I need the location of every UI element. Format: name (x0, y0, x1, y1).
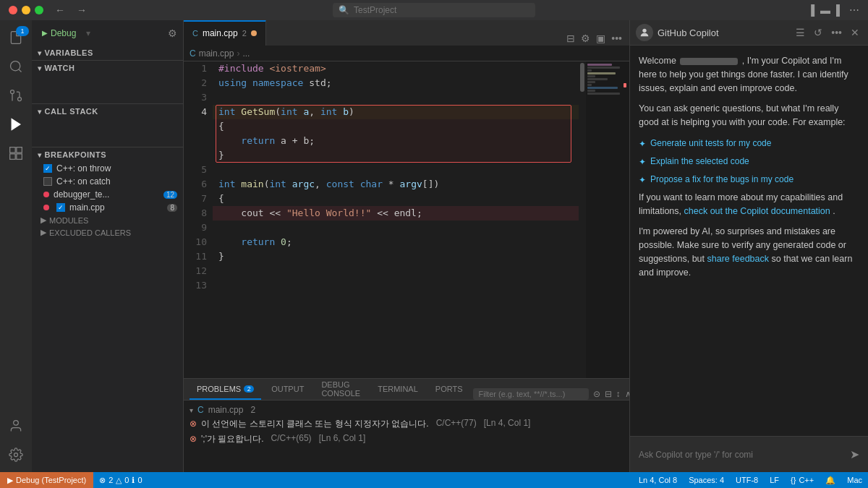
bp-throw-checkbox[interactable] (43, 164, 52, 173)
minimize-button[interactable] (22, 6, 30, 14)
info-count: 0 (137, 476, 142, 484)
modules-label: MODULES (49, 216, 88, 225)
code-content[interactable]: #include <iostream> using namespace std;… (213, 61, 579, 378)
status-platform[interactable]: Mac (841, 472, 868, 488)
copilot-action-unit-tests[interactable]: ✦ Generate unit tests for my code (639, 137, 859, 150)
breadcrumb: C main.cpp › ... (184, 46, 629, 61)
activity-explorer[interactable] (0, 23, 32, 52)
ln-12: 12 (184, 264, 207, 278)
search-input[interactable] (354, 5, 529, 15)
copilot-action-label-2: Explain the selected code (650, 155, 749, 168)
code-line-1: #include <iostream> (213, 61, 579, 76)
copilot-para3: If you want to learn more about my capab… (639, 191, 859, 218)
panel-tab-problems[interactable]: PROBLEMS 2 (190, 380, 261, 400)
breakpoint-cpp-throw[interactable]: C++: on throw (32, 162, 183, 175)
panel-tab-output[interactable]: OUTPUT (264, 380, 311, 400)
close-button[interactable] (9, 6, 17, 14)
status-eol[interactable]: LF (764, 472, 785, 488)
copilot-list-btn[interactable]: ☰ (793, 25, 808, 40)
more-actions-icon[interactable]: ⋯ (849, 4, 859, 16)
variables-section-header[interactable]: ▾ VARIABLES (32, 46, 183, 60)
sort-icon[interactable]: ↕ (616, 389, 621, 399)
status-encoding[interactable]: UTF-8 (730, 472, 764, 488)
breakpoint-main[interactable]: main.cpp 8 (32, 201, 183, 214)
breakpoint-cpp-catch[interactable]: C++: on catch (32, 175, 183, 188)
activity-settings[interactable] (0, 440, 32, 469)
toggle-secondary-sidebar-icon[interactable]: ▌ (836, 4, 843, 16)
copilot-chat-input[interactable] (639, 450, 850, 460)
platform-text: Mac (847, 476, 862, 484)
copilot-docs-link[interactable]: check out the Copilot documentation (684, 206, 830, 216)
copilot-action-fix[interactable]: ✦ Propose a fix for the bugs in my code (639, 173, 859, 187)
watch-section-header[interactable]: ▾ WATCH (32, 61, 183, 75)
modules-section-header[interactable]: ▶ MODULES (32, 214, 183, 226)
tab-settings-button[interactable]: ⚙ (579, 31, 592, 46)
activity-extensions[interactable] (0, 139, 32, 168)
activity-run-debug[interactable] (0, 110, 32, 139)
code-line-4: int GetSum(int a, int b) (213, 105, 579, 119)
svg-point-12 (14, 453, 18, 457)
bp-main-label: main.cpp (69, 202, 105, 213)
copilot-history-btn[interactable]: ↺ (811, 25, 825, 40)
copilot-more-btn[interactable]: ••• (828, 25, 845, 40)
excluded-callers-section-header[interactable]: ▶ EXCLUDED CALLERS (32, 226, 183, 239)
problems-filter-input[interactable] (473, 388, 589, 400)
editor-area: C main.cpp 2 ⊟ ⚙ ▣ ••• C main.cpp › ... (184, 20, 629, 472)
breakpoints-section-header[interactable]: ▾ BREAKPOINTS (32, 147, 183, 162)
breadcrumb-filename[interactable]: main.cpp (199, 48, 234, 59)
svg-point-0 (11, 61, 20, 71)
bp-main-checkbox[interactable] (56, 203, 65, 212)
bp-catch-checkbox[interactable] (43, 177, 52, 186)
copilot-close-btn[interactable]: ✕ (848, 25, 862, 40)
copilot-content: Welcome , I'm your Copilot and I'm here … (630, 46, 868, 436)
toggle-panel-icon[interactable]: ▬ (820, 4, 830, 16)
scrollbar-thumb[interactable] (580, 63, 584, 92)
panel-tab-debug-console[interactable]: DEBUG CONSOLE (314, 380, 367, 400)
toggle-editor-group-layout[interactable]: ▣ (595, 31, 607, 46)
maximize-button[interactable] (35, 6, 43, 14)
code-line-9 (213, 221, 579, 235)
breakpoint-debugger[interactable]: debugger_te... 12 (32, 188, 183, 201)
toggle-primary-sidebar-icon[interactable]: ▐ (807, 4, 814, 16)
more-tab-actions[interactable]: ••• (610, 31, 624, 46)
split-editor-button[interactable]: ⊟ (565, 31, 576, 46)
forward-button[interactable]: → (74, 3, 90, 17)
svg-rect-8 (17, 147, 22, 153)
vertical-scrollbar[interactable] (579, 61, 586, 378)
status-errors[interactable]: ⊗ 2 △ 0 ℹ 0 (93, 472, 148, 488)
activity-accounts[interactable] (0, 411, 32, 440)
debug-run-icon: ▶ (7, 476, 13, 485)
error-icon-2: ⊗ (190, 434, 197, 444)
code-editor[interactable]: 1 2 3 4 5 6 7 8 9 10 11 12 13 (184, 61, 629, 378)
copilot-send-button[interactable]: ➤ (850, 448, 859, 461)
bp-main-count: 8 (167, 204, 177, 212)
copilot-action-explain[interactable]: ✦ Explain the selected code (639, 155, 859, 168)
status-spaces[interactable]: Spaces: 4 (683, 472, 730, 488)
filter-icon[interactable]: ⊝ (593, 389, 600, 399)
status-left: ▶ Debug (TestProject) ⊗ 2 △ 0 ℹ 0 (0, 472, 148, 488)
start-debug-button[interactable]: ▶ Debug (38, 27, 80, 40)
activity-source-control[interactable] (0, 81, 32, 110)
debug-settings-button[interactable]: ⚙ (168, 27, 177, 39)
title-search-bar[interactable]: 🔍 (333, 3, 535, 17)
problems-tab-label: PROBLEMS (197, 385, 241, 393)
problems-filename: main.cpp (208, 405, 244, 415)
problems-file-header[interactable]: ▾ C main.cpp 2 (190, 403, 624, 416)
status-right: Ln 4, Col 8 Spaces: 4 UTF-8 LF {} C++ 🔔 … (633, 472, 868, 488)
activity-search[interactable] (0, 52, 32, 81)
ln-4: 4 (184, 105, 207, 119)
callstack-section-header[interactable]: ▾ CALL STACK (32, 104, 183, 119)
status-position[interactable]: Ln 4, Col 8 (633, 472, 683, 488)
status-feedback[interactable]: 🔔 (820, 472, 841, 488)
search-icon: 🔍 (339, 5, 349, 15)
back-button[interactable]: ← (52, 3, 68, 17)
panel-tab-ports[interactable]: PORTS (428, 380, 470, 400)
status-language[interactable]: {} C++ (785, 472, 820, 488)
collapse-all-icon[interactable]: ⊟ (605, 389, 612, 399)
breadcrumb-file-icon: C (190, 48, 196, 59)
tab-main-cpp[interactable]: C main.cpp 2 (184, 20, 266, 46)
copilot-feedback-link[interactable]: share feedback (707, 254, 769, 264)
panel-tab-terminal[interactable]: TERMINAL (370, 380, 425, 400)
svg-line-1 (19, 69, 22, 72)
status-debug-label[interactable]: ▶ Debug (TestProject) (0, 472, 93, 488)
